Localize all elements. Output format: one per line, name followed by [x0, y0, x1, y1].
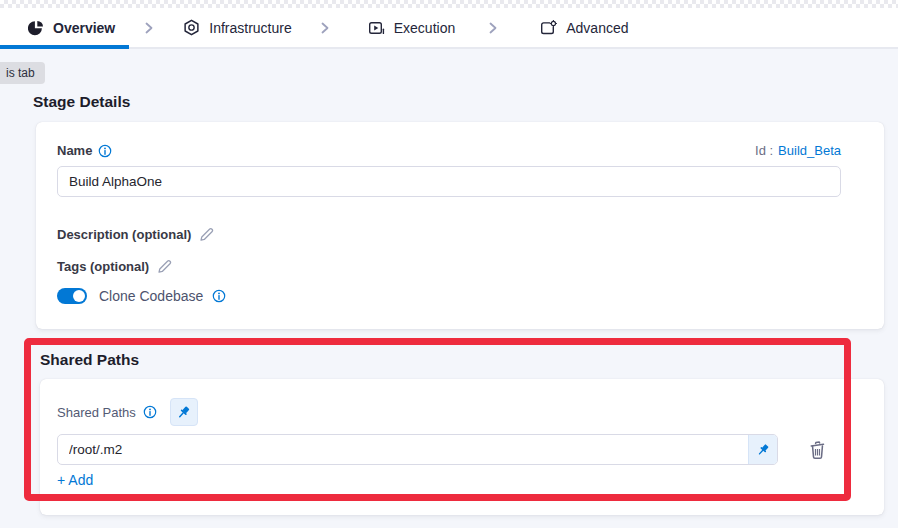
pin-input-type-button[interactable] [748, 435, 777, 464]
chevron-right-icon [319, 21, 331, 35]
clone-codebase-label: Clone Codebase [99, 288, 203, 304]
shared-path-input[interactable] [58, 435, 747, 464]
gear-box-icon [540, 20, 557, 36]
tab-overview-label: Overview [53, 20, 115, 36]
description-row: Description (optional) [57, 227, 214, 242]
chevron-right-icon [143, 21, 155, 35]
clone-codebase-row: Clone Codebase [57, 288, 226, 304]
id-label: Id : [755, 143, 773, 158]
pie-chart-icon [28, 20, 44, 36]
tags-label: Tags (optional) [57, 259, 149, 274]
add-path-button[interactable]: + Add [57, 472, 93, 488]
clone-codebase-toggle[interactable] [57, 288, 87, 304]
info-icon[interactable] [98, 144, 112, 158]
id-value-link[interactable]: Build_Beta [778, 143, 841, 158]
tab-execution[interactable]: Execution [368, 8, 455, 47]
toggle-knob [73, 290, 85, 302]
tab-advanced[interactable]: Advanced [540, 8, 628, 47]
stage-id: Id : Build_Beta [755, 143, 841, 158]
stage-tab-bar: Overview Infrastructure [0, 8, 898, 49]
tab-overview[interactable]: Overview [0, 8, 129, 47]
shared-path-input-row [57, 434, 827, 465]
stage-name-input[interactable] [57, 166, 841, 197]
tab-execution-label: Execution [394, 20, 455, 36]
play-box-icon [368, 20, 385, 36]
stage-config-screen: Overview Infrastructure [0, 0, 898, 528]
chevron-right-icon [487, 21, 499, 35]
stage-details-heading: Stage Details [33, 93, 130, 111]
info-icon[interactable] [212, 289, 226, 303]
hexagon-icon [183, 19, 200, 36]
shared-paths-heading: Shared Paths [40, 351, 139, 369]
name-field-row: Name Id : Build_Beta [57, 143, 841, 158]
name-label: Name [57, 143, 92, 158]
shared-paths-label-row: Shared Paths [57, 398, 198, 426]
overview-tab-content: is tab Stage Details Name Id : [0, 49, 898, 528]
tab-advanced-label: Advanced [566, 20, 628, 36]
delete-path-trash-icon[interactable] [808, 440, 827, 460]
description-label: Description (optional) [57, 227, 191, 242]
pin-input-type-button[interactable] [170, 398, 198, 426]
truncated-tooltip: is tab [0, 62, 45, 84]
tab-infrastructure-label: Infrastructure [209, 20, 291, 36]
tab-infrastructure[interactable]: Infrastructure [183, 8, 291, 47]
edit-pencil-icon[interactable] [157, 259, 172, 274]
tooltip-text: is tab [6, 66, 35, 80]
info-icon[interactable] [143, 405, 157, 419]
edit-pencil-icon[interactable] [199, 227, 214, 242]
shared-paths-card: Shared Paths [40, 379, 884, 515]
transparency-strip [0, 0, 898, 8]
shared-paths-label: Shared Paths [57, 405, 136, 420]
stage-details-card: Name Id : Build_Beta Descript [36, 122, 884, 329]
tags-row: Tags (optional) [57, 259, 172, 274]
shared-path-field [57, 434, 778, 465]
